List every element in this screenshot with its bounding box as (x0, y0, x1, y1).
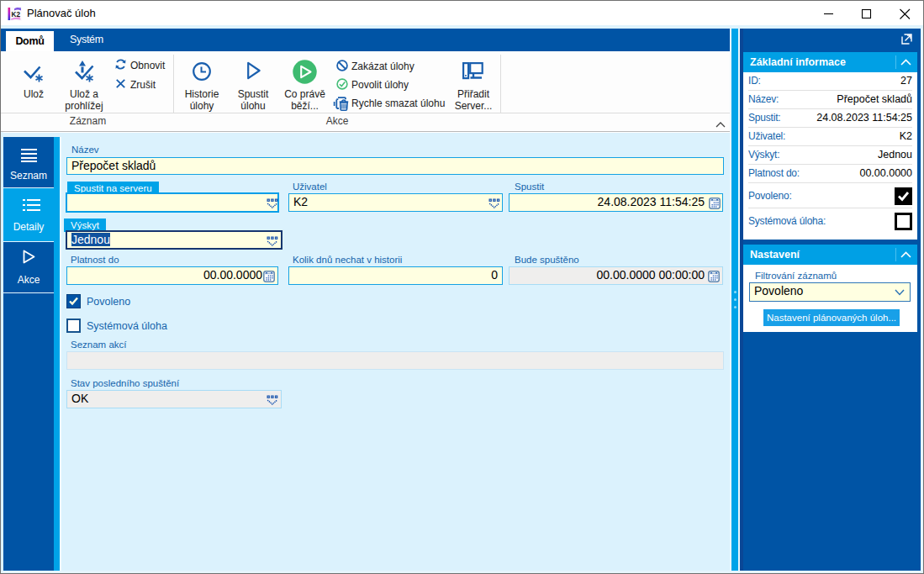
svg-text:K2: K2 (12, 11, 21, 18)
